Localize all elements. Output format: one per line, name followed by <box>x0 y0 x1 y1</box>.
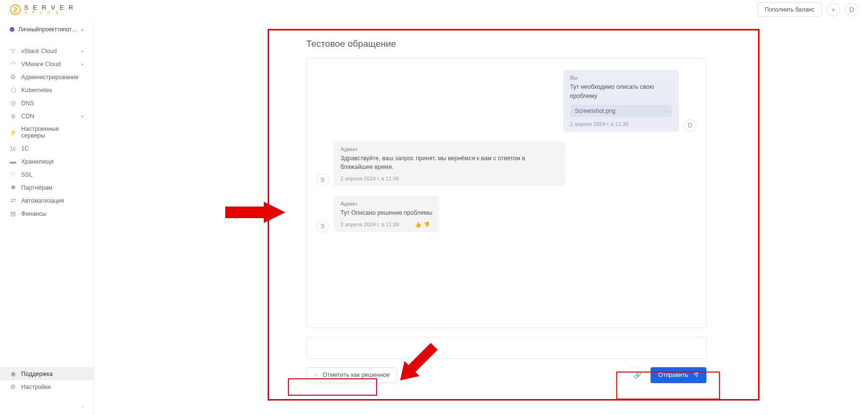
user-avatar[interactable]: D <box>845 3 858 16</box>
nav-bottom: ◉Поддержка⚙Настройки <box>0 362 94 398</box>
sidebar-item-dns[interactable]: ◎DNS <box>0 97 94 110</box>
message-bubble-user: Вы Тут необходимо описать свою проблему … <box>563 70 679 132</box>
sidebar-item-label: DNS <box>21 100 34 107</box>
nav-icon: ⚙ <box>10 383 16 390</box>
sidebar-item-партнёрам[interactable]: ✱Партнёрам <box>0 181 94 194</box>
sidebar-item-настроенные-серверы[interactable]: ⚡Настроенные серверы <box>0 123 94 142</box>
send-icon <box>693 372 699 379</box>
message-timestamp: 2 апреля 2024 г. в 11:39 👍 👎 <box>340 221 433 228</box>
nav-icon: ⊕ <box>10 112 16 120</box>
sidebar-item-label: Поддержка <box>21 371 53 377</box>
message-text: Тут Описано решение проблемы <box>340 208 433 218</box>
nav-icon: ⬡ <box>10 86 16 94</box>
nav-icon: ♡ <box>10 171 16 178</box>
avatar-user: D <box>684 119 696 132</box>
message-row-admin: S Админ Здравствуйте, ваш запрос принят,… <box>316 141 696 187</box>
nav-icon: ◠ <box>10 60 16 68</box>
collapse-sidebar-button[interactable]: ‹ <box>0 398 94 415</box>
sidebar-item-1c[interactable]: 1c1C <box>0 142 94 155</box>
message-text: Тут необходимо описать свою проблему <box>570 83 672 101</box>
message-bubble-admin: Админ Здравствуйте, ваш запрос принят, м… <box>334 141 565 187</box>
message-bubble-admin: Админ Тут Описано решение проблемы 2 апр… <box>334 196 439 233</box>
paperclip-icon: 🔗 <box>634 372 641 379</box>
sidebar-item-label: 1C <box>21 145 29 152</box>
sidebar-item-поддержка[interactable]: ◉Поддержка <box>0 367 94 380</box>
sidebar-item-label: Настроенные серверы <box>21 125 84 139</box>
sidebar-item-label: Настройки <box>21 384 51 390</box>
sidebar-item-label: Хранилище <box>21 158 54 165</box>
sidebar-item-label: VMware Cloud <box>21 61 61 68</box>
sidebar-item-label: vStack Cloud <box>21 48 57 55</box>
nav-icon: ▬ <box>10 158 16 165</box>
thumbs-down-icon[interactable]: 👎 <box>423 221 430 228</box>
compose-input[interactable] <box>306 337 706 359</box>
avatar-admin: S <box>316 220 329 233</box>
message-text: Здравствуйте, ваш запрос принят, мы верн… <box>340 154 558 172</box>
app-header: S E R V E R S P A C E Пополнить баланс +… <box>0 0 868 19</box>
sidebar-item-vstack-cloud[interactable]: ▽vStack Cloud▸ <box>0 44 94 57</box>
project-dot-icon <box>10 27 14 32</box>
nav-icon: ▽ <box>10 47 16 55</box>
attach-file-button[interactable]: 🔗 <box>629 367 646 383</box>
logo-icon <box>10 4 21 15</box>
message-sender: Админ <box>340 201 433 207</box>
sidebar-item-label: SSL <box>21 171 33 178</box>
sidebar-item-cdn[interactable]: ⊕CDN▸ <box>0 110 94 123</box>
sidebar-item-label: CDN <box>21 113 34 120</box>
nav-icon: ⚡ <box>10 129 16 136</box>
message-timestamp: 2 апреля 2024 г. в 11:38 <box>340 176 558 181</box>
project-name: Личныйпроекттипот… <box>18 26 78 33</box>
nav-icon: ✱ <box>10 184 16 191</box>
sidebar-item-label: Kubernetes <box>21 87 52 94</box>
avatar-admin: S <box>316 174 329 186</box>
send-label: Отправить <box>658 372 688 378</box>
message-sender: Вы <box>570 75 672 81</box>
topup-balance-button[interactable]: Пополнить баланс <box>758 2 822 17</box>
mark-resolved-button[interactable]: ✓ Отметить как решенное <box>306 367 397 383</box>
thumbs-up-icon[interactable]: 👍 <box>415 221 421 228</box>
action-bar: ✓ Отметить как решенное 🔗 Отправить <box>306 367 706 383</box>
svg-point-0 <box>11 5 20 14</box>
chevron-icon: ▸ <box>81 48 84 54</box>
nav-main: ▽vStack Cloud▸◠VMware Cloud▸⚙Администрир… <box>0 40 94 220</box>
nav-icon: ⇄ <box>10 197 16 204</box>
logo-text: S E R V E R S P A C E <box>24 4 75 15</box>
nav-icon: ▤ <box>10 210 16 217</box>
sidebar: Личныйпроекттипот… ▸ ▽vStack Cloud▸◠VMwa… <box>0 19 94 415</box>
chat-container: Вы Тут необходимо описать свою проблему … <box>306 58 706 328</box>
chevron-right-icon: ▸ <box>81 27 84 32</box>
message-row-user: Вы Тут необходимо описать свою проблему … <box>316 70 696 132</box>
sidebar-item-финансы[interactable]: ▤Финансы <box>0 207 94 220</box>
sidebar-item-kubernetes[interactable]: ⬡Kubernetes <box>0 83 94 97</box>
check-icon: ✓ <box>313 372 319 379</box>
sidebar-item-автоматизация[interactable]: ⇄Автоматизация <box>0 194 94 207</box>
add-button[interactable]: + <box>827 3 840 16</box>
chevron-icon: ▸ <box>81 113 84 119</box>
project-selector[interactable]: Личныйпроекттипот… ▸ <box>0 19 94 40</box>
nav-icon: ◉ <box>10 370 16 377</box>
sidebar-item-label: Финансы <box>21 210 46 217</box>
sidebar-item-label: Администрирование <box>21 74 79 81</box>
sidebar-item-label: Автоматизация <box>21 197 64 204</box>
nav-icon: ◎ <box>10 99 16 107</box>
feedback-buttons[interactable]: 👍 👎 <box>415 221 430 228</box>
sidebar-item-label: Партнёрам <box>21 184 53 191</box>
chevron-icon: ▸ <box>81 61 84 67</box>
main-content: Тестовое обращение Вы Тут необходимо опи… <box>94 19 868 415</box>
send-button[interactable]: Отправить <box>651 367 706 383</box>
sidebar-item-ssl[interactable]: ♡SSL <box>0 168 94 181</box>
nav-icon: ⚙ <box>10 73 16 81</box>
sidebar-item-администрирование[interactable]: ⚙Администрирование <box>0 70 94 83</box>
sidebar-item-хранилище[interactable]: ▬Хранилище <box>0 155 94 168</box>
message-sender: Админ <box>340 146 558 152</box>
ticket-panel: Тестовое обращение Вы Тут необходимо опи… <box>306 39 706 383</box>
sidebar-item-настройки[interactable]: ⚙Настройки <box>0 380 94 393</box>
download-icon: ↓ <box>665 108 667 114</box>
brand-logo[interactable]: S E R V E R S P A C E <box>10 4 75 15</box>
ticket-title: Тестовое обращение <box>306 39 706 49</box>
message-timestamp: 2 апреля 2024 г. в 11:38 <box>570 121 672 127</box>
resolve-label: Отметить как решенное <box>323 372 390 378</box>
sidebar-item-vmware-cloud[interactable]: ◠VMware Cloud▸ <box>0 57 94 70</box>
attachment-chip[interactable]: Screenshot.png ↓ <box>570 105 672 117</box>
attachment-filename: Screenshot.png <box>575 108 615 114</box>
